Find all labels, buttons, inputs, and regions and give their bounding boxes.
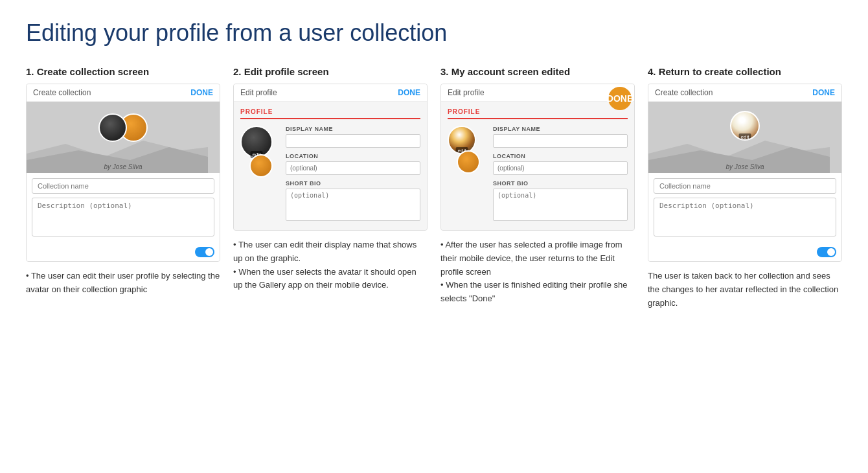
step-2-short-bio-label: SHORT BIO <box>286 180 420 187</box>
step-3-location-input[interactable] <box>493 161 628 175</box>
step-1-collection-name-input[interactable] <box>32 178 214 194</box>
step-1-collection-graphic: by Jose Silva <box>27 102 220 173</box>
step-4-edit-label: edit <box>739 133 751 141</box>
step-2-title: 2. Edit profile screen <box>233 66 428 77</box>
step-3-screen-title: Edit profile <box>448 88 485 97</box>
step-2-location-label: LOCATION <box>286 153 420 159</box>
step-1: 1. Create collection screen Create colle… <box>26 66 220 297</box>
step-4-collection-name-input[interactable] <box>654 178 836 194</box>
step-2-display-name-label: DISPLAY NAME <box>286 126 420 132</box>
step-2-location-input[interactable] <box>286 161 420 175</box>
step-1-description-input[interactable] <box>32 198 214 236</box>
step-1-avatar-dark[interactable] <box>98 113 127 142</box>
step-2-header: Edit profile DONE <box>234 84 427 102</box>
step-4-title: 4. Return to create collection <box>648 66 842 77</box>
step-1-fields <box>27 173 220 244</box>
step-1-by-name: by Jose Silva <box>27 163 220 170</box>
step-3-short-bio-input[interactable] <box>493 189 628 221</box>
step-4-avatar-group[interactable]: edit <box>730 111 760 141</box>
step-4-done-button[interactable]: DONE <box>812 88 835 97</box>
step-1-screen: Create collection DONE by Jose Silva <box>26 84 220 262</box>
step-3: 3. My account screen edited Edit profile… <box>440 66 635 306</box>
step-2-profile-right: DISPLAY NAME LOCATION SHORT BIO <box>286 126 420 224</box>
step-3-profile-left: edit <box>448 126 486 224</box>
step-1-done-button[interactable]: DONE <box>190 88 213 97</box>
step-1-screen-title: Create collection <box>33 88 91 97</box>
step-1-toggle-row <box>27 244 220 261</box>
step-3-header: Edit profile DONE <box>441 84 634 102</box>
step-1-title: 1. Create collection screen <box>26 66 220 77</box>
step-3-avatar-photo[interactable]: edit <box>448 126 476 154</box>
step-2-screen: Edit profile DONE PROFILE edit DISPLAY N… <box>233 84 428 231</box>
step-3-location-label: LOCATION <box>493 153 628 159</box>
step-2-done-button[interactable]: DONE <box>398 88 420 97</box>
step-4-header: Create collection DONE <box>648 84 841 102</box>
step-2-profile-body: PROFILE edit DISPLAY NAME LOCATION SHORT… <box>234 102 427 230</box>
step-4: 4. Return to create collection Create co… <box>648 66 842 310</box>
step-2-screen-title: Edit profile <box>240 88 277 97</box>
step-2-display-name-input[interactable] <box>286 134 420 148</box>
step-2-avatar-big[interactable]: edit <box>240 126 273 158</box>
step-3-title: 3. My account screen edited <box>440 66 635 77</box>
step-3-description: • After the user has selected a profile … <box>440 238 635 306</box>
step-3-display-name-input[interactable] <box>493 134 628 148</box>
step-2-description: • The user can edit their display name t… <box>233 238 428 292</box>
step-1-description: • The user can edit their user profile b… <box>26 270 220 297</box>
step-4-toggle[interactable] <box>817 247 836 257</box>
step-4-toggle-row <box>648 244 841 261</box>
step-1-avatar-group[interactable] <box>98 113 148 142</box>
step-1-header: Create collection DONE <box>27 84 220 102</box>
step-2-short-bio-input[interactable] <box>286 189 420 221</box>
step-2-avatar-orange[interactable] <box>249 154 273 178</box>
step-3-profile-body: PROFILE edit DISPLAY NAME LOCATION SHORT… <box>441 102 634 230</box>
step-2: 2. Edit profile screen Edit profile DONE… <box>233 66 428 292</box>
page-title: Editing your profile from a user collect… <box>26 19 842 47</box>
step-4-screen: Create collection DONE edit by Jose Silv… <box>648 84 842 262</box>
step-2-profile-label: PROFILE <box>240 108 420 119</box>
step-2-profile-left: edit <box>240 126 279 224</box>
step-4-description: The user is taken back to her collection… <box>648 270 842 310</box>
step-3-display-name-label: DISPLAY NAME <box>493 126 628 132</box>
step-2-profile-content: edit DISPLAY NAME LOCATION SHORT BIO <box>240 126 420 224</box>
step-4-screen-title: Create collection <box>655 88 713 97</box>
step-3-avatar-orange[interactable] <box>457 150 480 174</box>
step-3-short-bio-label: SHORT BIO <box>493 180 628 187</box>
step-4-fields <box>648 173 841 244</box>
step-3-profile-right: DISPLAY NAME LOCATION SHORT BIO <box>493 126 628 224</box>
step-4-by-name: by Jose Silva <box>648 163 841 170</box>
step-3-profile-content: edit DISPLAY NAME LOCATION SHORT BIO <box>448 126 628 224</box>
step-3-done-orange-button[interactable]: DONE <box>608 87 632 110</box>
step-3-screen: Edit profile DONE PROFILE edit DISPLAY N… <box>440 84 635 231</box>
steps-container: 1. Create collection screen Create colle… <box>26 66 842 310</box>
step-3-profile-label: PROFILE <box>448 108 628 119</box>
step-4-collection-graphic: edit by Jose Silva <box>648 102 841 173</box>
step-4-description-input[interactable] <box>654 198 836 236</box>
step-4-avatar-photo[interactable]: edit <box>730 111 760 141</box>
step-1-toggle[interactable] <box>195 247 214 257</box>
